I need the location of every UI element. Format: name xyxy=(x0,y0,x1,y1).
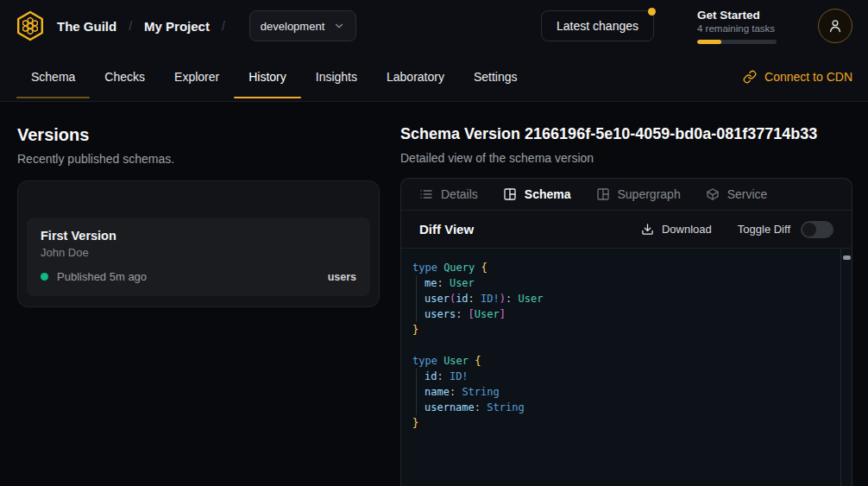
tab-label: Schema xyxy=(31,70,75,84)
versions-list: First Version John Doe Published 5m ago … xyxy=(17,180,380,307)
breadcrumb-project[interactable]: My Project xyxy=(144,19,210,34)
versions-title: Versions xyxy=(17,125,380,145)
get-started-subtitle: 4 remaining tasks xyxy=(697,23,777,34)
tab-label: Details xyxy=(441,187,478,201)
tab-supergraph[interactable]: Supergraph xyxy=(596,187,681,201)
tab-service[interactable]: Service xyxy=(706,187,768,201)
tab-label: Laboratory xyxy=(387,70,444,84)
version-detail-card: Details Schema Supergraph xyxy=(400,178,852,486)
hive-logo-icon xyxy=(15,10,46,41)
breadcrumb-separator: / xyxy=(129,19,132,33)
switch-knob xyxy=(802,223,816,237)
version-detail-subtitle: Detailed view of the schema version xyxy=(400,151,852,165)
code-block[interactable]: type Query {me: Useruser(id: ID!): Useru… xyxy=(401,249,852,442)
tab-label: Insights xyxy=(316,70,357,84)
versions-subtitle: Recently published schemas. xyxy=(17,152,380,166)
columns-icon xyxy=(503,187,517,201)
top-header: The Guild / My Project / development Lat… xyxy=(0,0,868,52)
get-started-title: Get Started xyxy=(697,9,777,22)
tab-label: Supergraph xyxy=(618,187,681,201)
main-content: Versions Recently published schemas. Fir… xyxy=(0,102,868,486)
hive-logo[interactable] xyxy=(14,9,47,42)
latest-changes-label: Latest changes xyxy=(557,19,638,33)
versions-panel: Versions Recently published schemas. Fir… xyxy=(17,125,380,486)
progress-fill xyxy=(697,40,721,44)
tab-label: Settings xyxy=(474,70,518,84)
download-button[interactable]: Download xyxy=(641,223,712,236)
tab-checks[interactable]: Checks xyxy=(90,52,160,101)
target-selector-value: development xyxy=(261,20,324,33)
toggle-diff-control: Toggle Diff xyxy=(738,221,833,238)
service-badge: users xyxy=(328,271,356,283)
connect-to-cdn-button[interactable]: Connect to CDN xyxy=(743,52,852,101)
tab-schema-view[interactable]: Schema xyxy=(503,187,571,201)
tab-label: Schema xyxy=(525,187,571,201)
toggle-diff-label: Toggle Diff xyxy=(738,223,790,236)
get-started-widget[interactable]: Get Started 4 remaining tasks xyxy=(697,9,777,44)
toggle-diff-switch[interactable] xyxy=(801,221,833,238)
tab-label: History xyxy=(248,70,286,84)
version-name: First Version xyxy=(41,229,356,243)
tab-label: Service xyxy=(727,187,768,201)
list-icon xyxy=(419,187,433,201)
diff-view-header: Diff View Download Toggle Diff xyxy=(401,211,852,249)
nav-spacer xyxy=(532,52,744,101)
scrollbar-thumb[interactable] xyxy=(843,256,851,260)
version-detail-panel: Schema Version 2166196f-5e10-4059-bd0a-0… xyxy=(400,125,852,486)
target-selector[interactable]: development xyxy=(249,10,356,41)
version-meta-row: Published 5m ago users xyxy=(41,270,356,283)
notification-dot xyxy=(648,8,656,16)
download-icon xyxy=(641,223,654,236)
version-status: Published 5m ago xyxy=(57,270,147,283)
tab-details[interactable]: Details xyxy=(419,187,478,201)
user-avatar[interactable] xyxy=(818,9,852,43)
schema-code-area: type Query {me: Useruser(id: ID!): Useru… xyxy=(401,249,852,486)
version-list-item[interactable]: First Version John Doe Published 5m ago … xyxy=(27,218,370,296)
tab-explorer[interactable]: Explorer xyxy=(160,52,234,101)
main-nav: Schema Checks Explorer History Insights … xyxy=(0,52,868,102)
breadcrumb-separator: / xyxy=(222,19,225,33)
tab-insights[interactable]: Insights xyxy=(301,52,372,101)
get-started-progress-track xyxy=(697,40,777,44)
box-icon xyxy=(706,187,720,201)
tab-settings[interactable]: Settings xyxy=(459,52,532,101)
published-status-dot xyxy=(41,273,48,281)
tab-label: Explorer xyxy=(174,70,219,84)
code-scrollbar[interactable] xyxy=(840,249,852,486)
connect-to-cdn-label: Connect to CDN xyxy=(764,70,852,84)
version-author: John Doe xyxy=(41,246,356,259)
tab-history[interactable]: History xyxy=(234,52,301,101)
tab-laboratory[interactable]: Laboratory xyxy=(372,52,459,101)
latest-changes-button[interactable]: Latest changes xyxy=(541,10,654,41)
link-icon xyxy=(743,70,757,84)
version-detail-title: Schema Version 2166196f-5e10-4059-bd0a-0… xyxy=(400,125,852,143)
detail-tabs: Details Schema Supergraph xyxy=(401,179,852,211)
columns-icon xyxy=(596,187,610,201)
tab-schema[interactable]: Schema xyxy=(16,52,90,101)
tab-label: Checks xyxy=(104,70,145,84)
download-label: Download xyxy=(662,223,712,236)
chevron-down-icon xyxy=(333,20,345,32)
diff-view-title: Diff View xyxy=(419,222,474,237)
person-icon xyxy=(827,17,844,35)
diff-actions: Download Toggle Diff xyxy=(641,221,833,238)
breadcrumb-org[interactable]: The Guild xyxy=(57,19,116,34)
